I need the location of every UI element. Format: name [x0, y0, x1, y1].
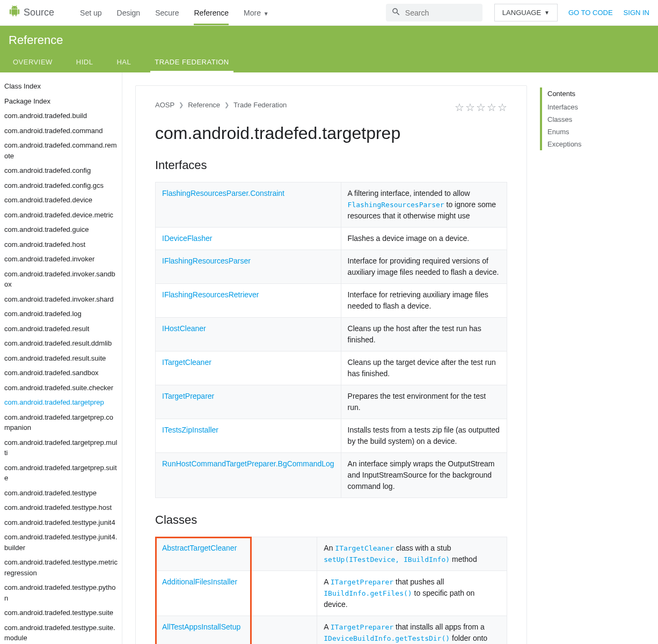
sidebar-item[interactable]: com.android.tradefed.log [4, 306, 118, 321]
subheader-title: Reference [0, 26, 658, 52]
interface-link[interactable]: ITestsZipInstaller [162, 426, 218, 434]
top-nav: Set up Design Secure Reference More ▼ [80, 1, 269, 25]
star-icon[interactable]: ☆ [465, 101, 475, 114]
sidebar-item[interactable]: com.android.tradefed.targetprep.suite [4, 460, 118, 486]
interface-link[interactable]: ITargetCleaner [162, 358, 211, 367]
interface-link[interactable]: FlashingResourcesParser.Constraint [162, 189, 284, 197]
subnav-hal[interactable]: HAL [112, 52, 135, 72]
interface-desc: Prepares the test environment for the te… [341, 385, 507, 419]
content-card: AOSP ❯ Reference ❯ Trade Federation ☆ ☆ … [135, 85, 527, 644]
code-ref[interactable]: FlashingResourcesParser [348, 201, 444, 209]
interface-desc: An interface simply wraps the OutputStre… [341, 453, 507, 498]
sidebar-item[interactable]: com.android.tradefed.invoker.sandbox [4, 267, 118, 292]
classes-table: AbstractTargetCleanerAn ITargetCleaner c… [155, 537, 507, 644]
star-icon[interactable]: ☆ [498, 101, 507, 114]
class-link[interactable]: AdditionalFilesInstaller [162, 577, 237, 586]
interface-link[interactable]: IDeviceFlasher [162, 234, 212, 243]
code-ref[interactable]: ITargetPreparer [331, 623, 393, 631]
crumb-aosp[interactable]: AOSP [155, 101, 174, 109]
search-box[interactable] [386, 4, 482, 21]
sidebar-item[interactable]: com.android.tradefed.command.remote [4, 138, 118, 163]
subheader: Reference OVERVIEW HIDL HAL TRADE FEDERA… [0, 26, 658, 72]
table-row: IDeviceFlasherFlashes a device image on … [156, 228, 507, 250]
interface-desc: A filtering interface, intended to allow… [341, 182, 507, 228]
sidebar-item[interactable]: com.android.tradefed.targetprep [4, 395, 118, 410]
logo-text: Source [24, 7, 54, 18]
code-ref[interactable]: IDeviceBuildInfo.getTestsDir() [324, 634, 450, 642]
sidebar-item[interactable]: com.android.tradefed.invoker [4, 252, 118, 267]
sidebar-item[interactable]: com.android.tradefed.config.gcs [4, 178, 118, 193]
interface-desc: Interface for retrieving auxiliary image… [341, 284, 507, 318]
crumb-reference[interactable]: Reference [188, 101, 220, 109]
code-ref[interactable]: ITargetCleaner [335, 544, 394, 552]
subnav-overview[interactable]: OVERVIEW [9, 52, 57, 72]
sidebar-item[interactable]: com.android.tradefed.testtype.junit4.bui… [4, 530, 118, 555]
sidebar-item[interactable]: com.android.tradefed.device.metric [4, 208, 118, 223]
sidebar-item[interactable]: com.android.tradefed.suite.checker [4, 380, 118, 396]
sidebar-item[interactable]: com.android.tradefed.result.suite [4, 351, 118, 366]
sidebar-item[interactable]: com.android.tradefed.targetprep.companio… [4, 410, 118, 435]
chevron-right-icon: ❯ [179, 101, 184, 108]
sidebar-item[interactable]: com.android.tradefed.host [4, 237, 118, 252]
table-row: IHostCleanerCleans up the host after the… [156, 318, 507, 352]
nav-design[interactable]: Design [117, 1, 141, 25]
search-input[interactable] [405, 9, 477, 17]
subnav-tradefed[interactable]: TRADE FEDERATION [150, 52, 233, 72]
logo[interactable]: Source [9, 5, 54, 20]
sidebar-item[interactable]: com.android.tradefed.guice [4, 222, 118, 237]
subnav-hidl[interactable]: HIDL [72, 52, 98, 72]
language-button[interactable]: LANGUAGE ▼ [494, 4, 558, 21]
sidebar-item[interactable]: com.android.tradefed.testtype.junit4 [4, 515, 118, 530]
page-title: com.android.tradefed.targetprep [155, 123, 507, 143]
star-icon[interactable]: ☆ [476, 101, 486, 114]
android-icon [9, 5, 20, 20]
class-link[interactable]: AllTestAppsInstallSetup [162, 623, 240, 631]
nav-setup[interactable]: Set up [80, 1, 101, 25]
interfaces-table: FlashingResourcesParser.ConstraintA filt… [155, 182, 507, 498]
interface-link[interactable]: RunHostCommandTargetPreparer.BgCommandLo… [162, 459, 334, 468]
sidebar-item[interactable]: com.android.tradefed.device [4, 193, 118, 208]
sidebar-item[interactable]: com.android.tradefed.testtype [4, 486, 118, 501]
toc-exceptions[interactable]: Exceptions [540, 138, 620, 150]
sidebar-item[interactable]: com.android.tradefed.targetprep.multi [4, 435, 118, 460]
sidebar-item[interactable]: com.android.tradefed.testtype.metricregr… [4, 555, 118, 580]
interfaces-heading: Interfaces [155, 158, 507, 175]
interface-link[interactable]: IFlashingResourcesRetriever [162, 290, 259, 299]
top-right: LANGUAGE ▼ GO TO CODE SIGN IN [494, 4, 649, 21]
sidebar-item[interactable]: com.android.tradefed.result [4, 321, 118, 336]
class-link[interactable]: AbstractTargetCleaner [162, 544, 237, 552]
interface-link[interactable]: IHostCleaner [162, 324, 206, 333]
sidebar-item[interactable]: com.android.tradefed.invoker.shard [4, 292, 118, 307]
sidebar-item[interactable]: Package Index [4, 94, 118, 109]
star-icon[interactable]: ☆ [487, 101, 496, 114]
nav-secure[interactable]: Secure [155, 1, 179, 25]
sidebar-item[interactable]: Class Index [4, 79, 118, 94]
toc-classes[interactable]: Classes [540, 113, 620, 126]
sidebar-item[interactable]: com.android.tradefed.result.ddmlib [4, 336, 118, 351]
toc-enums[interactable]: Enums [540, 126, 620, 138]
crumb-tradefed[interactable]: Trade Federation [233, 101, 287, 109]
sidebar-item[interactable]: com.android.tradefed.testtype.host [4, 500, 118, 515]
sign-in-link[interactable]: SIGN IN [624, 9, 649, 17]
go-to-code-link[interactable]: GO TO CODE [568, 9, 613, 17]
star-icon[interactable]: ☆ [455, 101, 464, 114]
sidebar-item[interactable]: com.android.tradefed.testtype.python [4, 580, 118, 605]
sidebar-item[interactable]: com.android.tradefed.config [4, 163, 118, 178]
sidebar-item[interactable]: com.android.tradefed.build [4, 108, 118, 123]
interface-link[interactable]: ITargetPreparer [162, 392, 214, 400]
code-ref[interactable]: ITargetPreparer [331, 578, 393, 586]
toc-interfaces[interactable]: Interfaces [540, 101, 620, 113]
table-row: ITargetPreparerPrepares the test environ… [156, 385, 507, 419]
code-ref[interactable]: setUp(ITestDevice, IBuildInfo) [324, 555, 450, 564]
chevron-right-icon: ❯ [224, 101, 229, 108]
sidebar-item[interactable]: com.android.tradefed.testtype.suite.modu… [4, 620, 118, 645]
head-row: AOSP ❯ Reference ❯ Trade Federation ☆ ☆ … [155, 101, 507, 114]
sidebar-item[interactable]: com.android.tradefed.testtype.suite [4, 605, 118, 620]
code-ref[interactable]: IBuildInfo.getFiles() [324, 589, 412, 597]
sidebar-item[interactable]: com.android.tradefed.command [4, 123, 118, 138]
nav-reference[interactable]: Reference [194, 1, 229, 25]
nav-more[interactable]: More ▼ [244, 1, 269, 25]
classes-heading: Classes [155, 513, 507, 530]
sidebar-item[interactable]: com.android.tradefed.sandbox [4, 365, 118, 380]
interface-link[interactable]: IFlashingResourcesParser [162, 257, 251, 265]
